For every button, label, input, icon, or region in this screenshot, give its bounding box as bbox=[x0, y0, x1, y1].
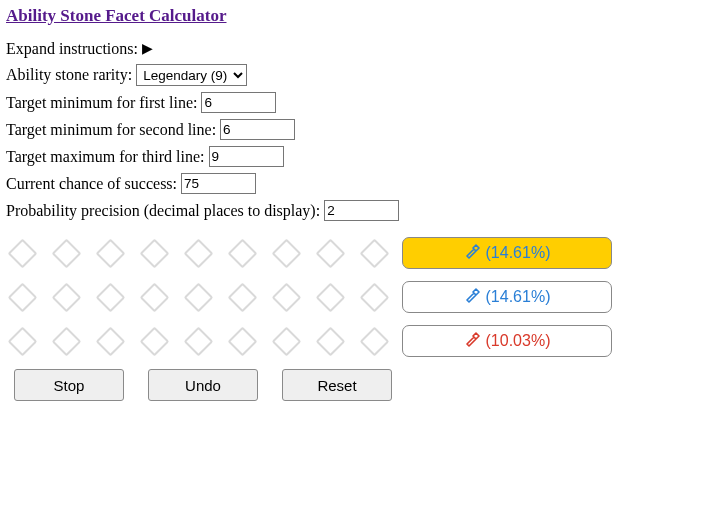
diamonds-row-1 bbox=[6, 243, 384, 263]
facet-slot[interactable] bbox=[56, 331, 76, 351]
hammer-icon bbox=[464, 243, 480, 263]
facet-slot[interactable] bbox=[320, 243, 340, 263]
facet-slot[interactable] bbox=[12, 243, 32, 263]
diamonds-row-2 bbox=[6, 287, 384, 307]
stone-row-3: (10.03%) bbox=[6, 325, 699, 357]
facet-button-2[interactable]: (14.61%) bbox=[402, 281, 612, 313]
facet-slot[interactable] bbox=[144, 287, 164, 307]
facet-button-1[interactable]: (14.61%) bbox=[402, 237, 612, 269]
facet-slot[interactable] bbox=[276, 331, 296, 351]
reset-button[interactable]: Reset bbox=[282, 369, 392, 401]
facet-slot[interactable] bbox=[100, 287, 120, 307]
facet-slot[interactable] bbox=[12, 287, 32, 307]
target2-label: Target minimum for second line: bbox=[6, 121, 216, 139]
expand-label: Expand instructions: bbox=[6, 40, 138, 58]
target3-input[interactable] bbox=[209, 146, 284, 167]
target2-input[interactable] bbox=[220, 119, 295, 140]
facet-slot[interactable] bbox=[364, 331, 384, 351]
page-title[interactable]: Ability Stone Facet Calculator bbox=[6, 6, 227, 26]
facet-pct-2: (14.61%) bbox=[486, 288, 551, 306]
precision-input[interactable] bbox=[324, 200, 399, 221]
facet-pct-1: (14.61%) bbox=[486, 244, 551, 262]
facet-slot[interactable] bbox=[12, 331, 32, 351]
precision-label: Probability precision (decimal places to… bbox=[6, 202, 320, 220]
stone-row-1: (14.61%) bbox=[6, 237, 699, 269]
facet-slot[interactable] bbox=[144, 331, 164, 351]
chance-label: Current chance of success: bbox=[6, 175, 177, 193]
hammer-icon bbox=[464, 331, 480, 351]
facet-button-3[interactable]: (10.03%) bbox=[402, 325, 612, 357]
target3-label: Target maximum for third line: bbox=[6, 148, 205, 166]
stop-button[interactable]: Stop bbox=[14, 369, 124, 401]
target1-input[interactable] bbox=[201, 92, 276, 113]
diamonds-row-3 bbox=[6, 331, 384, 351]
expand-toggle-icon[interactable]: ▶ bbox=[142, 42, 153, 56]
facet-slot[interactable] bbox=[56, 243, 76, 263]
stone-row-2: (14.61%) bbox=[6, 281, 699, 313]
target1-label: Target minimum for first line: bbox=[6, 94, 197, 112]
facet-slot[interactable] bbox=[56, 287, 76, 307]
facet-slot[interactable] bbox=[276, 243, 296, 263]
facet-slot[interactable] bbox=[188, 243, 208, 263]
rarity-select[interactable]: Legendary (9) bbox=[136, 64, 247, 86]
facet-slot[interactable] bbox=[100, 331, 120, 351]
rarity-label: Ability stone rarity: bbox=[6, 66, 132, 84]
facet-slot[interactable] bbox=[188, 287, 208, 307]
facet-slot[interactable] bbox=[364, 243, 384, 263]
facet-slot[interactable] bbox=[232, 331, 252, 351]
undo-button[interactable]: Undo bbox=[148, 369, 258, 401]
stone-area: (14.61%) (14.61%) bbox=[6, 237, 699, 401]
facet-slot[interactable] bbox=[100, 243, 120, 263]
facet-slot[interactable] bbox=[144, 243, 164, 263]
facet-slot[interactable] bbox=[320, 287, 340, 307]
facet-slot[interactable] bbox=[188, 331, 208, 351]
action-row: Stop Undo Reset bbox=[6, 369, 699, 401]
facet-slot[interactable] bbox=[232, 243, 252, 263]
hammer-icon bbox=[464, 287, 480, 307]
facet-slot[interactable] bbox=[320, 331, 340, 351]
facet-slot[interactable] bbox=[276, 287, 296, 307]
facet-slot[interactable] bbox=[364, 287, 384, 307]
facet-slot[interactable] bbox=[232, 287, 252, 307]
chance-input[interactable] bbox=[181, 173, 256, 194]
facet-pct-3: (10.03%) bbox=[486, 332, 551, 350]
